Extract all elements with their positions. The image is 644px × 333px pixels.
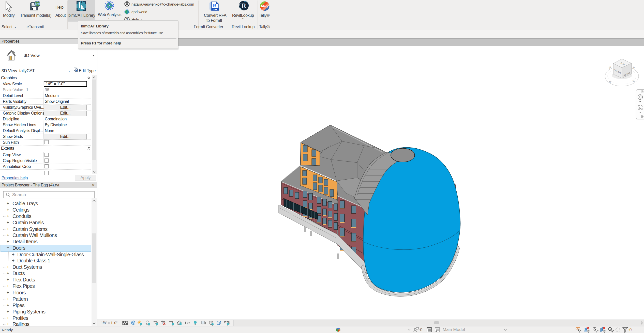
svg-text:RFA: RFA <box>213 8 218 11</box>
svg-text:E: E <box>632 79 635 83</box>
svg-text:R: R <box>242 2 246 9</box>
svg-text:N: N <box>632 66 635 70</box>
svg-text:tally: tally <box>261 4 269 8</box>
svg-text:S: S <box>608 80 611 84</box>
svg-text:W: W <box>608 66 612 69</box>
